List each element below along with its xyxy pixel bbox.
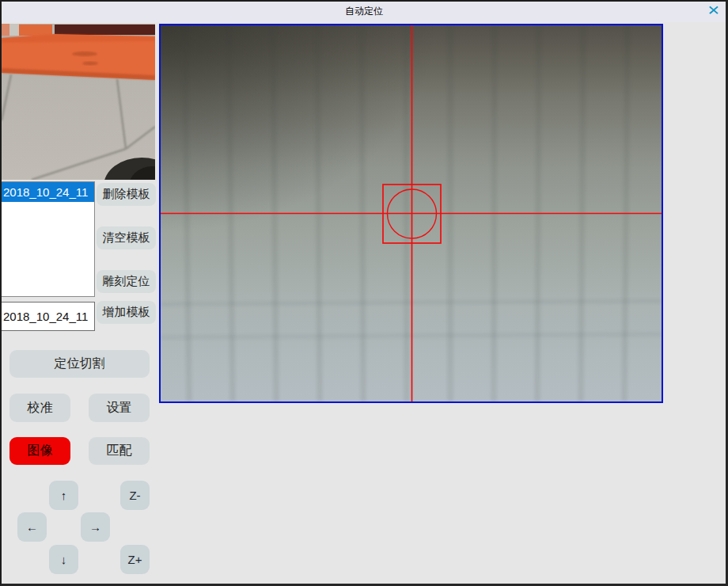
template-list[interactable]: 2018_10_24_11 — [1, 181, 95, 297]
clear-templates-button[interactable]: 清空模板 — [97, 226, 156, 249]
jog-up-arrow-button[interactable]: ↑ — [49, 481, 78, 510]
jog-left-arrow-button[interactable]: ← — [17, 512, 47, 542]
title-bar: 自动定位 ✕ — [0, 0, 728, 22]
delete-template-button[interactable]: 删除模板 — [97, 183, 156, 206]
jog-right-arrow-button[interactable]: → — [81, 512, 110, 542]
settings-button[interactable]: 设置 — [89, 394, 150, 422]
add-template-button[interactable]: 增加模板 — [97, 301, 156, 324]
match-button[interactable]: 匹配 — [89, 437, 150, 465]
template-preview-graphic — [2, 24, 155, 180]
template-preview-image — [2, 24, 155, 180]
auto-locate-window: 自动定位 ✕ — [0, 0, 728, 586]
close-icon[interactable]: ✕ — [703, 2, 723, 20]
camera-feed-graphic — [161, 25, 662, 401]
jog-down-arrow-button[interactable]: ↓ — [49, 545, 78, 574]
page-title: 自动定位 — [0, 0, 728, 22]
engrave-locate-button[interactable]: 雕刻定位 — [97, 270, 156, 293]
template-name-input[interactable] — [1, 302, 95, 331]
jog-z-minus-button[interactable]: Z- — [120, 481, 150, 510]
locate-cut-button[interactable]: 定位切割 — [9, 350, 150, 378]
jog-z-plus-button[interactable]: Z+ — [120, 545, 150, 574]
template-list-item[interactable]: 2018_10_24_11 — [2, 182, 94, 202]
camera-view[interactable] — [159, 24, 663, 403]
calibrate-button[interactable]: 校准 — [9, 394, 70, 422]
image-button[interactable]: 图像 — [9, 437, 70, 465]
